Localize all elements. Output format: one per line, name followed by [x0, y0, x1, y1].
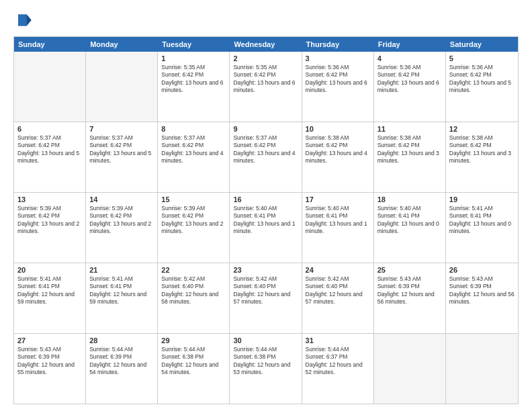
day-info: Sunrise: 5:36 AMSunset: 6:42 PMDaylight:…: [306, 64, 370, 95]
day-number: 11: [378, 125, 442, 133]
calendar-cell: 24Sunrise: 5:42 AMSunset: 6:40 PMDayligh…: [302, 263, 374, 333]
day-number: 28: [89, 336, 154, 345]
day-number: 26: [449, 266, 515, 274]
calendar-cell: 23Sunrise: 5:42 AMSunset: 6:40 PMDayligh…: [230, 263, 302, 333]
day-number: 19: [449, 195, 515, 203]
calendar-cell: 25Sunrise: 5:43 AMSunset: 6:39 PMDayligh…: [374, 263, 446, 333]
day-number: 1: [161, 54, 226, 62]
day-info: Sunrise: 5:35 AMSunset: 6:42 PMDaylight:…: [233, 64, 298, 95]
calendar-cell: 5Sunrise: 5:36 AMSunset: 6:42 PMDaylight…: [446, 52, 518, 122]
day-number: 5: [449, 54, 515, 62]
day-number: 29: [161, 336, 226, 345]
calendar: SundayMondayTuesdayWednesdayThursdayFrid…: [13, 36, 519, 404]
calendar-cell: 7Sunrise: 5:37 AMSunset: 6:42 PMDaylight…: [86, 122, 158, 192]
day-number: 27: [17, 336, 82, 345]
calendar-row-0: 1Sunrise: 5:35 AMSunset: 6:42 PMDaylight…: [14, 52, 518, 122]
day-number: 24: [306, 266, 370, 274]
day-number: 7: [89, 125, 154, 133]
day-info: Sunrise: 5:43 AMSunset: 6:39 PMDaylight:…: [17, 346, 82, 377]
calendar-cell: 10Sunrise: 5:38 AMSunset: 6:42 PMDayligh…: [302, 122, 374, 192]
calendar-cell: 9Sunrise: 5:37 AMSunset: 6:42 PMDaylight…: [230, 122, 302, 192]
day-number: 12: [449, 125, 515, 133]
calendar-cell: 19Sunrise: 5:41 AMSunset: 6:41 PMDayligh…: [446, 193, 518, 263]
calendar-cell: 14Sunrise: 5:39 AMSunset: 6:42 PMDayligh…: [86, 193, 158, 263]
calendar-row-1: 6Sunrise: 5:37 AMSunset: 6:42 PMDaylight…: [14, 122, 518, 193]
svg-marker-1: [27, 15, 32, 26]
day-info: Sunrise: 5:43 AMSunset: 6:39 PMDaylight:…: [378, 275, 442, 306]
calendar-cell: 20Sunrise: 5:41 AMSunset: 6:41 PMDayligh…: [14, 263, 86, 333]
cal-header-day-friday: Friday: [374, 37, 446, 52]
day-info: Sunrise: 5:41 AMSunset: 6:41 PMDaylight:…: [449, 205, 515, 236]
calendar-cell: 8Sunrise: 5:37 AMSunset: 6:42 PMDaylight…: [158, 122, 230, 192]
calendar-row-2: 13Sunrise: 5:39 AMSunset: 6:42 PMDayligh…: [14, 193, 518, 263]
day-info: Sunrise: 5:37 AMSunset: 6:42 PMDaylight:…: [89, 134, 154, 165]
day-number: 15: [161, 195, 226, 203]
calendar-body: 1Sunrise: 5:35 AMSunset: 6:42 PMDaylight…: [14, 52, 518, 404]
day-number: 18: [378, 195, 442, 203]
day-info: Sunrise: 5:44 AMSunset: 6:38 PMDaylight:…: [233, 346, 298, 377]
day-number: 21: [89, 266, 154, 274]
day-number: 17: [306, 195, 370, 203]
day-info: Sunrise: 5:37 AMSunset: 6:42 PMDaylight:…: [17, 134, 82, 165]
day-number: 25: [378, 266, 442, 274]
day-number: 14: [89, 195, 154, 203]
calendar-cell: [14, 52, 86, 122]
calendar-header: SundayMondayTuesdayWednesdayThursdayFrid…: [14, 37, 518, 52]
day-number: 3: [306, 54, 370, 62]
day-info: Sunrise: 5:44 AMSunset: 6:37 PMDaylight:…: [306, 346, 370, 377]
day-info: Sunrise: 5:42 AMSunset: 6:40 PMDaylight:…: [161, 275, 226, 306]
logo-icon: [13, 11, 32, 30]
day-number: 10: [306, 125, 370, 133]
calendar-cell: 11Sunrise: 5:38 AMSunset: 6:42 PMDayligh…: [374, 122, 446, 192]
day-info: Sunrise: 5:39 AMSunset: 6:42 PMDaylight:…: [17, 205, 82, 236]
day-number: 4: [378, 54, 442, 62]
calendar-cell: 17Sunrise: 5:40 AMSunset: 6:41 PMDayligh…: [302, 193, 374, 263]
header: [13, 11, 519, 30]
calendar-cell: 12Sunrise: 5:38 AMSunset: 6:42 PMDayligh…: [446, 122, 518, 192]
cal-header-day-tuesday: Tuesday: [158, 37, 230, 52]
cal-header-day-thursday: Thursday: [302, 37, 374, 52]
day-info: Sunrise: 5:39 AMSunset: 6:42 PMDaylight:…: [89, 205, 154, 236]
day-info: Sunrise: 5:44 AMSunset: 6:38 PMDaylight:…: [161, 346, 226, 377]
calendar-cell: 16Sunrise: 5:40 AMSunset: 6:41 PMDayligh…: [230, 193, 302, 263]
page: SundayMondayTuesdayWednesdayThursdayFrid…: [0, 0, 532, 411]
day-number: 20: [17, 266, 82, 274]
calendar-cell: 22Sunrise: 5:42 AMSunset: 6:40 PMDayligh…: [158, 263, 230, 333]
day-info: Sunrise: 5:42 AMSunset: 6:40 PMDaylight:…: [233, 275, 298, 306]
calendar-cell: 31Sunrise: 5:44 AMSunset: 6:37 PMDayligh…: [302, 334, 374, 404]
cal-header-day-sunday: Sunday: [14, 37, 86, 52]
calendar-cell: 27Sunrise: 5:43 AMSunset: 6:39 PMDayligh…: [14, 334, 86, 404]
day-number: 13: [17, 195, 82, 203]
day-info: Sunrise: 5:40 AMSunset: 6:41 PMDaylight:…: [378, 205, 442, 236]
day-info: Sunrise: 5:40 AMSunset: 6:41 PMDaylight:…: [306, 205, 370, 236]
day-info: Sunrise: 5:38 AMSunset: 6:42 PMDaylight:…: [306, 134, 370, 165]
cal-header-day-wednesday: Wednesday: [230, 37, 302, 52]
calendar-cell: [446, 334, 518, 404]
day-info: Sunrise: 5:41 AMSunset: 6:41 PMDaylight:…: [17, 275, 82, 306]
day-number: 16: [233, 195, 298, 203]
calendar-cell: 13Sunrise: 5:39 AMSunset: 6:42 PMDayligh…: [14, 193, 86, 263]
day-info: Sunrise: 5:35 AMSunset: 6:42 PMDaylight:…: [161, 64, 226, 95]
calendar-cell: [374, 334, 446, 404]
day-number: 31: [306, 336, 370, 345]
calendar-cell: 26Sunrise: 5:43 AMSunset: 6:39 PMDayligh…: [446, 263, 518, 333]
day-info: Sunrise: 5:37 AMSunset: 6:42 PMDaylight:…: [233, 134, 298, 165]
day-number: 8: [161, 125, 226, 133]
calendar-cell: 6Sunrise: 5:37 AMSunset: 6:42 PMDaylight…: [14, 122, 86, 192]
calendar-cell: 30Sunrise: 5:44 AMSunset: 6:38 PMDayligh…: [230, 334, 302, 404]
calendar-cell: 3Sunrise: 5:36 AMSunset: 6:42 PMDaylight…: [302, 52, 374, 122]
day-number: 9: [233, 125, 298, 133]
day-info: Sunrise: 5:36 AMSunset: 6:42 PMDaylight:…: [449, 64, 515, 95]
cal-header-day-saturday: Saturday: [446, 37, 518, 52]
day-info: Sunrise: 5:42 AMSunset: 6:40 PMDaylight:…: [306, 275, 370, 306]
day-info: Sunrise: 5:38 AMSunset: 6:42 PMDaylight:…: [378, 134, 442, 165]
svg-rect-2: [18, 15, 27, 26]
calendar-cell: 21Sunrise: 5:41 AMSunset: 6:41 PMDayligh…: [86, 263, 158, 333]
calendar-cell: 4Sunrise: 5:36 AMSunset: 6:42 PMDaylight…: [374, 52, 446, 122]
day-info: Sunrise: 5:39 AMSunset: 6:42 PMDaylight:…: [161, 205, 226, 236]
calendar-cell: 28Sunrise: 5:44 AMSunset: 6:39 PMDayligh…: [86, 334, 158, 404]
calendar-cell: 18Sunrise: 5:40 AMSunset: 6:41 PMDayligh…: [374, 193, 446, 263]
day-info: Sunrise: 5:36 AMSunset: 6:42 PMDaylight:…: [378, 64, 442, 95]
day-number: 22: [161, 266, 226, 274]
day-info: Sunrise: 5:37 AMSunset: 6:42 PMDaylight:…: [161, 134, 226, 165]
